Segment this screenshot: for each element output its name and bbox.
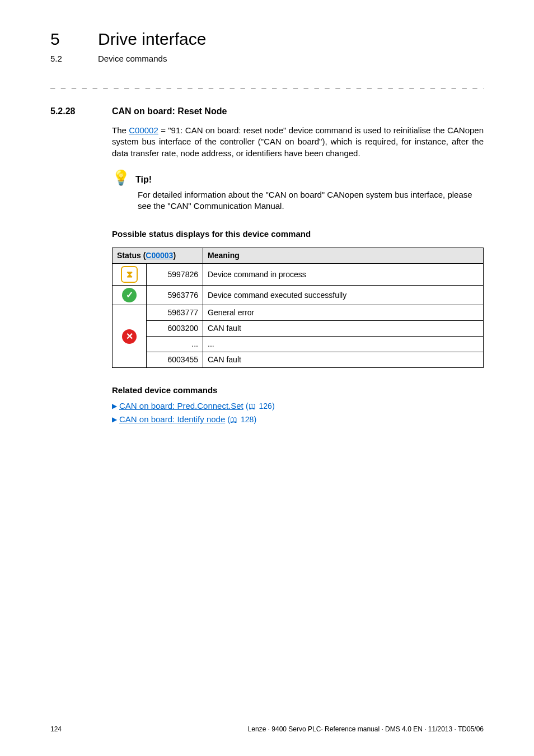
tip-text: For detailed information about the "CAN … — [138, 189, 484, 212]
status-meaning: Device command executed successfully — [203, 286, 484, 305]
check-icon: ✓ — [122, 288, 137, 302]
status-meaning: ... — [203, 337, 484, 352]
status-header: Status (C00003) — [113, 248, 203, 264]
triangle-icon: ▶ — [112, 402, 117, 410]
related-heading: Related device commands — [112, 385, 484, 396]
page-number-ref: 128 — [241, 415, 254, 424]
code-link-c00003[interactable]: C00003 — [146, 251, 173, 260]
divider: _ _ _ _ _ _ _ _ _ _ _ _ _ _ _ _ _ _ _ _ … — [50, 79, 484, 90]
intro-paragraph: The C00002 = "91: CAN on board: reset no… — [112, 125, 484, 159]
status-header-post: ) — [173, 251, 176, 260]
tip-label: Tip! — [135, 174, 152, 186]
book-icon: 🕮 — [230, 416, 237, 424]
page-ref: (🕮 126) — [246, 402, 275, 410]
status-table: Status (C00003) Meaning ⧗ 5997826 Device… — [112, 248, 484, 367]
status-icon-cell: ⧗ — [113, 264, 147, 286]
related-link[interactable]: CAN on board: Identify node — [119, 414, 225, 424]
status-value: 6003200 — [147, 321, 203, 337]
status-meaning: General error — [203, 305, 484, 321]
intro-post: = "91: CAN on board: reset node" device … — [112, 125, 484, 158]
subsection-title: Device commands — [98, 53, 167, 64]
code-link-c00002[interactable]: C00002 — [129, 125, 158, 135]
related-item: ▶CAN on board: Identify node (🕮 128) — [112, 414, 484, 425]
status-meaning: CAN fault — [203, 352, 484, 367]
intro-pre: The — [112, 125, 129, 135]
status-value: ... — [147, 337, 203, 352]
section-number: 5.2.28 — [50, 105, 90, 118]
triangle-icon: ▶ — [112, 416, 117, 423]
tip-icon: 💡 — [112, 170, 130, 185]
status-heading: Possible status displays for this device… — [112, 228, 484, 240]
subsection-number: 5.2 — [50, 53, 67, 64]
hourglass-icon: ⧗ — [121, 266, 138, 283]
status-value: 5997826 — [147, 264, 203, 286]
status-meaning: CAN fault — [203, 321, 484, 337]
footer-reference: Lenze · 9400 Servo PLC· Reference manual… — [248, 725, 484, 734]
related-link[interactable]: CAN on board: Pred.Connect.Set — [119, 401, 243, 410]
section-title: CAN on board: Reset Node — [112, 105, 227, 118]
status-icon-cell: ✓ — [113, 286, 147, 305]
status-icon-cell: ✕ — [113, 305, 147, 368]
chapter-title: Drive interface — [98, 28, 206, 51]
error-icon: ✕ — [122, 329, 137, 344]
meaning-header: Meaning — [203, 248, 484, 264]
related-item: ▶CAN on board: Pred.Connect.Set (🕮 126) — [112, 400, 484, 412]
status-meaning: Device command in process — [203, 264, 484, 286]
page-ref: (🕮 128) — [227, 415, 256, 424]
book-icon: 🕮 — [249, 402, 256, 410]
page-number: 124 — [50, 725, 62, 734]
status-value: 5963777 — [147, 305, 203, 321]
status-value: 5963776 — [147, 286, 203, 305]
page-number-ref: 126 — [259, 402, 272, 410]
chapter-number: 5 — [50, 28, 67, 51]
status-value: 6003455 — [147, 352, 203, 367]
status-header-pre: Status ( — [117, 251, 146, 260]
